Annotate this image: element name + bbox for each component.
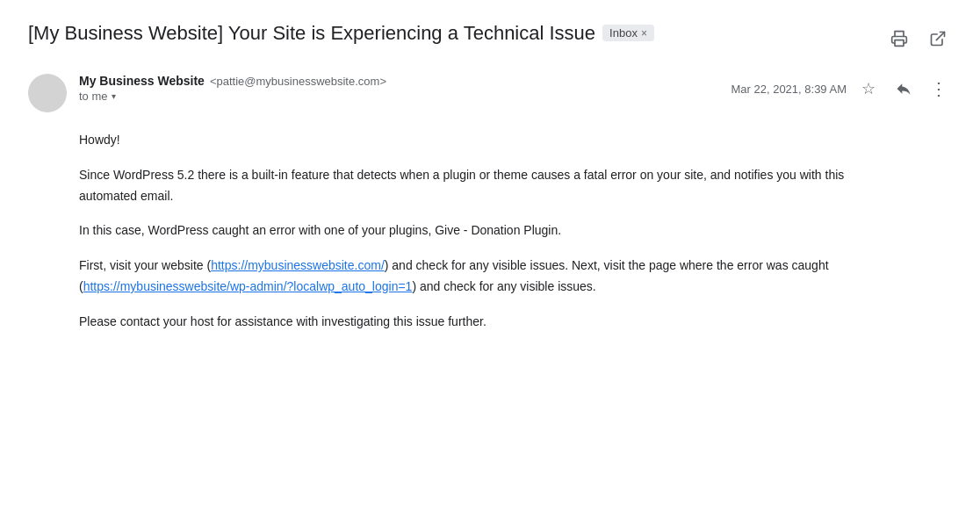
greeting-paragraph: Howdy! xyxy=(79,130,869,151)
more-options-icon: ⋮ xyxy=(930,80,948,97)
email-date: Mar 22, 2021, 8:39 AM xyxy=(731,83,847,96)
email-header: [My Business Website] Your Site is Exper… xyxy=(28,21,952,53)
sender-name-row: My Business Website <pattie@mybusinesswe… xyxy=(79,74,386,88)
avatar xyxy=(28,74,67,112)
more-options-button[interactable]: ⋮ xyxy=(926,76,952,102)
print-icon xyxy=(890,30,908,47)
print-button[interactable] xyxy=(885,25,913,53)
open-new-icon xyxy=(929,30,947,47)
sender-name: My Business Website xyxy=(79,74,205,88)
body-paragraph-1: Since WordPress 5.2 there is a built-in … xyxy=(79,165,869,207)
header-icons xyxy=(885,21,952,53)
link-wp-admin[interactable]: https://mybusinesswebsite/wp-admin/?loca… xyxy=(83,279,413,293)
inbox-badge-label: Inbox xyxy=(609,26,638,40)
reply-button[interactable] xyxy=(890,76,917,102)
star-button[interactable]: ☆ xyxy=(855,76,882,102)
svg-line-1 xyxy=(936,32,944,40)
subject-text: [My Business Website] Your Site is Exper… xyxy=(28,21,595,47)
star-icon: ☆ xyxy=(861,79,876,98)
sender-info: My Business Website <pattie@mybusinesswe… xyxy=(79,74,386,103)
link-website[interactable]: https://mybusinesswebsite.com/ xyxy=(211,258,385,272)
email-view: [My Business Website] Your Site is Exper… xyxy=(0,0,980,368)
to-me-row[interactable]: to me ▾ xyxy=(79,90,386,103)
body-paragraph-3: First, visit your website (https://mybus… xyxy=(79,256,869,298)
subject-area: [My Business Website] Your Site is Exper… xyxy=(28,21,654,47)
sender-row: My Business Website <pattie@mybusinesswe… xyxy=(28,74,952,112)
body-paragraph-2: In this case, WordPress caught an error … xyxy=(79,220,869,241)
reply-icon xyxy=(895,80,912,97)
sender-email: <pattie@mybusinesswebsite.com> xyxy=(210,75,386,88)
para3-text-before-link1: First, visit your website ( xyxy=(79,258,211,272)
to-me-label: to me xyxy=(79,90,108,103)
inbox-badge[interactable]: Inbox × xyxy=(602,25,654,41)
open-new-window-button[interactable] xyxy=(924,25,952,53)
sender-left: My Business Website <pattie@mybusinesswe… xyxy=(28,74,386,112)
para3-text-after-link2: ) and check for any visible issues. xyxy=(412,279,595,293)
to-me-dropdown-icon: ▾ xyxy=(112,91,116,101)
inbox-badge-close[interactable]: × xyxy=(641,27,647,40)
email-body: Howdy! Since WordPress 5.2 there is a bu… xyxy=(79,130,869,333)
body-paragraph-4: Please contact your host for assistance … xyxy=(79,312,869,333)
svg-rect-0 xyxy=(895,40,904,47)
sender-right: Mar 22, 2021, 8:39 AM ☆ ⋮ xyxy=(731,74,952,102)
